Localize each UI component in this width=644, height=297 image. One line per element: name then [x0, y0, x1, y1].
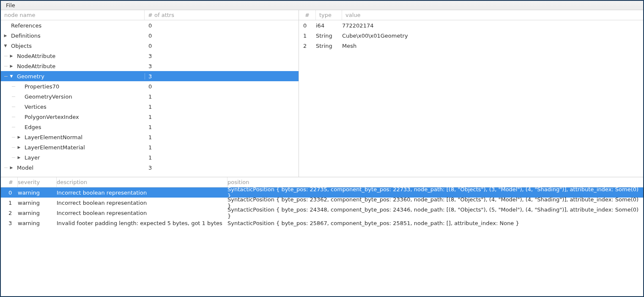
expander-none	[16, 94, 22, 99]
log-header-description[interactable]: description	[57, 177, 227, 187]
tree-node-label: Definitions	[10, 33, 41, 39]
tree-cell-name: ▶Definitions	[1, 33, 145, 39]
tree-row[interactable]: Properties700	[1, 81, 299, 91]
tree-cell-attrs: 1	[145, 94, 299, 100]
tree-row[interactable]: ▼Objects0	[1, 41, 299, 51]
app-root: { "menubar": { "file": "File" }, "tree":…	[1, 1, 643, 296]
tree-node-label: References	[10, 22, 41, 29]
tree-row[interactable]: ▶NodeAttribute3	[1, 61, 299, 71]
expander-open-icon[interactable]: ▼	[8, 73, 14, 79]
tree-node-label: LayerElementNormal	[24, 134, 82, 140]
log-cell-position: SyntacticPosition { byte_pos: 24348, com…	[227, 206, 643, 219]
tree-cell-attrs: 1	[145, 114, 299, 120]
tree-row[interactable]: ▶LayerElementNormal1	[1, 132, 299, 142]
expander-closed-icon[interactable]: ▶	[8, 165, 14, 170]
tree-cell-name: PolygonVertexIndex	[1, 114, 145, 120]
tree-row[interactable]: ▶Model3	[1, 162, 299, 173]
expander-closed-icon[interactable]: ▶	[16, 154, 22, 160]
attr-row[interactable]: 0i64772202174	[299, 20, 643, 30]
log-cell-severity: warning	[18, 220, 57, 226]
tree-cell-attrs: 1	[145, 104, 299, 110]
log-row[interactable]: 2warningIncorrect boolean representation…	[1, 208, 643, 218]
tree-cell-name: ▶NodeAttribute	[1, 53, 145, 59]
tree-node-label: GeometryVersion	[24, 94, 72, 100]
log-cell-severity: warning	[18, 210, 57, 216]
tree-cell-attrs: 3	[145, 63, 299, 69]
attr-cell-value: Cube\x00\x01Geometry	[342, 33, 643, 39]
tree-row[interactable]: GeometryVersion1	[1, 91, 299, 102]
tree-header-attrs[interactable]: # of attrs	[145, 10, 299, 20]
tree-node-label: Model	[16, 165, 33, 171]
attr-header-value[interactable]: value	[342, 10, 643, 20]
log-header-position[interactable]: position	[227, 179, 643, 185]
log-row[interactable]: 3warningInvalid footer padding length: e…	[1, 218, 643, 228]
attr-body[interactable]: 0i647722021741StringCube\x00\x01Geometry…	[299, 20, 643, 177]
expander-closed-icon[interactable]: ▶	[8, 63, 14, 69]
tree-cell-attrs: 0	[145, 33, 299, 39]
log-header-severity[interactable]: severity	[18, 177, 57, 187]
attributes-pane: # type value 0i647722021741StringCube\x0…	[299, 10, 643, 177]
expander-closed-icon[interactable]: ▶	[16, 134, 22, 140]
log-cell-severity: warning	[18, 200, 57, 206]
attr-row[interactable]: 2StringMesh	[299, 41, 643, 51]
expander-none	[16, 104, 22, 110]
tree-row[interactable]: References0	[1, 20, 299, 30]
menu-file[interactable]: File	[3, 1, 18, 9]
log-cell-index: 3	[1, 220, 18, 226]
tree-cell-attrs: 3	[145, 73, 299, 80]
tree-node-label: PolygonVertexIndex	[24, 114, 79, 120]
tree-row[interactable]: ▶NodeAttribute3	[1, 51, 299, 61]
log-cell-severity: warning	[18, 190, 57, 196]
tree-row[interactable]: ▶Definitions0	[1, 30, 299, 41]
tree-cell-attrs: 0	[145, 43, 299, 49]
tree-node-label: Vertices	[24, 104, 47, 110]
tree-node-label: Objects	[10, 43, 32, 49]
expander-closed-icon[interactable]: ▶	[8, 53, 14, 59]
tree-cell-name: ▼Geometry	[1, 73, 145, 80]
attr-cell-type: String	[316, 33, 342, 39]
expander-open-icon[interactable]: ▼	[3, 43, 8, 49]
tree-cell-attrs: 3	[145, 53, 299, 59]
tree-cell-attrs: 1	[145, 124, 299, 130]
tree-node-label: NodeAttribute	[16, 53, 55, 59]
expander-closed-icon[interactable]: ▶	[16, 144, 22, 150]
tree-row[interactable]: Vertices1	[1, 102, 299, 112]
log-cell-description: Invalid footer padding length: expected …	[57, 220, 227, 226]
tree-row[interactable]: ▶Layer1	[1, 152, 299, 162]
attr-cell-index: 2	[299, 43, 316, 49]
log-cell-index: 0	[1, 190, 18, 196]
log-cell-description: Incorrect boolean representation	[57, 190, 227, 196]
tree-header-name[interactable]: node name	[1, 10, 145, 20]
tree-cell-attrs: 1	[145, 144, 299, 151]
tree-node-label: Geometry	[16, 73, 44, 80]
tree-row[interactable]: Edges1	[1, 122, 299, 132]
main-split: node name # of attrs References0▶Definit…	[1, 10, 643, 177]
tree-cell-name: References	[1, 22, 145, 29]
tree-cell-attrs: 0	[145, 22, 299, 29]
tree-node-label: Properties70	[24, 83, 59, 90]
expander-none	[3, 22, 8, 28]
attr-header-index[interactable]: #	[299, 10, 316, 20]
log-pane: # severity description position 0warning…	[1, 177, 643, 296]
expander-closed-icon[interactable]: ▶	[3, 33, 8, 38]
tree-cell-attrs: 0	[145, 83, 299, 90]
log-cell-description: Incorrect boolean representation	[57, 210, 227, 216]
log-body[interactable]: 0warningIncorrect boolean representation…	[1, 187, 643, 228]
log-cell-index: 1	[1, 200, 18, 206]
attr-header-type[interactable]: type	[316, 10, 342, 20]
tree-cell-attrs: 3	[145, 165, 299, 171]
tree-cell-name: ▶Model	[1, 165, 145, 171]
tree-cell-name: Vertices	[1, 104, 145, 110]
tree-row[interactable]: ▼Geometry3	[1, 71, 299, 81]
tree-row[interactable]: PolygonVertexIndex1	[1, 112, 299, 122]
tree-cell-name: ▼Objects	[1, 43, 145, 49]
tree-body[interactable]: References0▶Definitions0▼Objects0▶NodeAt…	[1, 20, 299, 177]
log-cell-description: Incorrect boolean representation	[57, 200, 227, 206]
attr-cell-type: String	[316, 43, 342, 49]
log-header-index[interactable]: #	[1, 177, 18, 187]
tree-row[interactable]: ▶LayerElementMaterial1	[1, 142, 299, 152]
attr-cell-index: 0	[299, 22, 316, 29]
tree-cell-name: ▶NodeAttribute	[1, 63, 145, 69]
attr-row[interactable]: 1StringCube\x00\x01Geometry	[299, 30, 643, 41]
tree-node-label: Layer	[24, 154, 40, 161]
